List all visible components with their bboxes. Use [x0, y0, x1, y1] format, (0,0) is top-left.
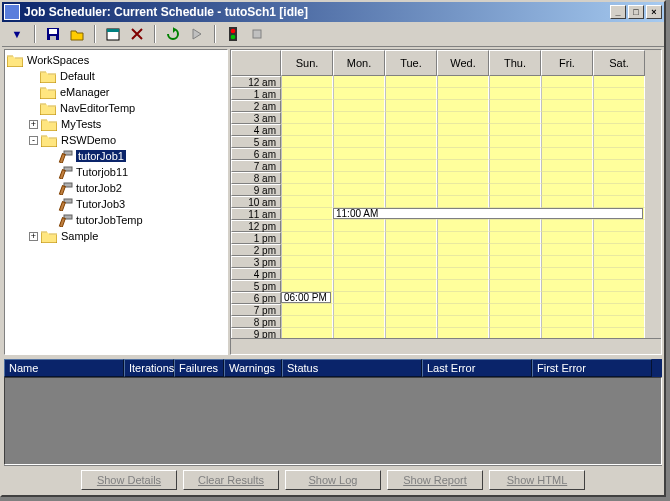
schedule-cell[interactable] — [489, 184, 541, 196]
schedule-cell[interactable] — [489, 232, 541, 244]
schedule-cell[interactable] — [385, 136, 437, 148]
stop-button[interactable] — [246, 24, 268, 44]
schedule-cell[interactable] — [281, 232, 333, 244]
schedule-cell[interactable] — [593, 124, 645, 136]
schedule-cell[interactable] — [541, 136, 593, 148]
day-header[interactable]: Tue. — [385, 50, 437, 76]
schedule-cell[interactable] — [385, 112, 437, 124]
schedule-cell[interactable] — [437, 112, 489, 124]
schedule-cell[interactable] — [437, 328, 489, 338]
schedule-cell[interactable] — [281, 304, 333, 316]
schedule-cell[interactable] — [333, 280, 385, 292]
schedule-cell[interactable] — [385, 268, 437, 280]
schedule-cell[interactable] — [489, 220, 541, 232]
schedule-cell[interactable] — [489, 76, 541, 88]
schedule-cell[interactable] — [437, 76, 489, 88]
schedule-cell[interactable] — [489, 124, 541, 136]
tree-item[interactable]: eManager — [5, 84, 227, 100]
schedule-cell[interactable] — [541, 220, 593, 232]
event-handle[interactable] — [333, 208, 334, 217]
traffic-light-button[interactable] — [222, 24, 244, 44]
schedule-cell[interactable] — [489, 280, 541, 292]
tree-item[interactable]: tutorJob2 — [5, 180, 227, 196]
tree-item[interactable]: - RSWDemo — [5, 132, 227, 148]
schedule-cell[interactable] — [541, 160, 593, 172]
schedule-cell[interactable] — [333, 292, 385, 304]
results-column-header[interactable]: Status — [282, 359, 422, 377]
schedule-cell[interactable] — [593, 268, 645, 280]
schedule-cell[interactable] — [333, 76, 385, 88]
day-header[interactable]: Sun. — [281, 50, 333, 76]
schedule-cell[interactable] — [333, 268, 385, 280]
schedule-pane[interactable]: Sun.Mon.Tue.Wed.Thu.Fri.Sat.12 am1 am2 a… — [230, 49, 662, 355]
schedule-cell[interactable] — [281, 124, 333, 136]
schedule-cell[interactable] — [437, 88, 489, 100]
schedule-cell[interactable] — [489, 112, 541, 124]
horizontal-scrollbar[interactable] — [231, 338, 661, 354]
schedule-cell[interactable] — [281, 316, 333, 328]
schedule-cell[interactable] — [333, 316, 385, 328]
schedule-cell[interactable] — [541, 184, 593, 196]
tree-item[interactable]: Tutorjob11 — [5, 164, 227, 180]
schedule-cell[interactable] — [385, 196, 437, 208]
tree-root[interactable]: WorkSpaces — [5, 52, 227, 68]
schedule-cell[interactable] — [281, 136, 333, 148]
calendar-button[interactable] — [102, 24, 124, 44]
schedule-cell[interactable] — [281, 160, 333, 172]
schedule-cell[interactable] — [489, 148, 541, 160]
schedule-cell[interactable] — [593, 280, 645, 292]
schedule-event[interactable]: 11:00 AM — [333, 208, 643, 219]
schedule-cell[interactable] — [437, 100, 489, 112]
tree-item[interactable]: tutorJob1 — [5, 148, 227, 164]
schedule-cell[interactable] — [593, 256, 645, 268]
schedule-cell[interactable] — [333, 100, 385, 112]
schedule-cell[interactable] — [489, 136, 541, 148]
delete-button[interactable] — [126, 24, 148, 44]
schedule-cell[interactable] — [593, 196, 645, 208]
minimize-button[interactable]: _ — [610, 5, 626, 19]
schedule-cell[interactable] — [333, 304, 385, 316]
results-column-header[interactable]: Warnings — [224, 359, 282, 377]
schedule-cell[interactable] — [281, 244, 333, 256]
schedule-cell[interactable] — [281, 112, 333, 124]
schedule-cell[interactable] — [385, 184, 437, 196]
schedule-cell[interactable] — [281, 256, 333, 268]
schedule-cell[interactable] — [281, 172, 333, 184]
schedule-cell[interactable] — [541, 268, 593, 280]
schedule-cell[interactable] — [333, 220, 385, 232]
schedule-cell[interactable] — [437, 136, 489, 148]
schedule-cell[interactable] — [437, 244, 489, 256]
schedule-cell[interactable] — [385, 160, 437, 172]
schedule-cell[interactable] — [385, 256, 437, 268]
schedule-cell[interactable] — [489, 256, 541, 268]
vertical-scrollbar[interactable] — [645, 50, 661, 338]
schedule-cell[interactable] — [593, 112, 645, 124]
schedule-cell[interactable] — [281, 88, 333, 100]
day-header[interactable]: Sat. — [593, 50, 645, 76]
results-column-header[interactable]: Name — [4, 359, 124, 377]
schedule-cell[interactable] — [593, 88, 645, 100]
schedule-cell[interactable] — [385, 172, 437, 184]
close-button[interactable]: × — [646, 5, 662, 19]
day-header[interactable]: Wed. — [437, 50, 489, 76]
tree-expander[interactable]: + — [29, 120, 38, 129]
tree-expander[interactable]: + — [29, 232, 38, 241]
schedule-cell[interactable] — [541, 76, 593, 88]
schedule-cell[interactable] — [541, 196, 593, 208]
tree-item[interactable]: + Sample — [5, 228, 227, 244]
results-body[interactable] — [4, 377, 662, 465]
schedule-cell[interactable] — [541, 280, 593, 292]
schedule-cell[interactable] — [437, 196, 489, 208]
schedule-cell[interactable] — [489, 316, 541, 328]
schedule-cell[interactable] — [593, 136, 645, 148]
schedule-cell[interactable] — [541, 244, 593, 256]
tree-expander[interactable]: - — [29, 136, 38, 145]
schedule-cell[interactable] — [333, 256, 385, 268]
schedule-cell[interactable] — [333, 184, 385, 196]
schedule-cell[interactable] — [437, 220, 489, 232]
tree-item[interactable]: tutorJobTemp — [5, 212, 227, 228]
schedule-cell[interactable] — [437, 232, 489, 244]
day-header[interactable]: Mon. — [333, 50, 385, 76]
schedule-cell[interactable] — [489, 172, 541, 184]
schedule-cell[interactable] — [281, 328, 333, 338]
